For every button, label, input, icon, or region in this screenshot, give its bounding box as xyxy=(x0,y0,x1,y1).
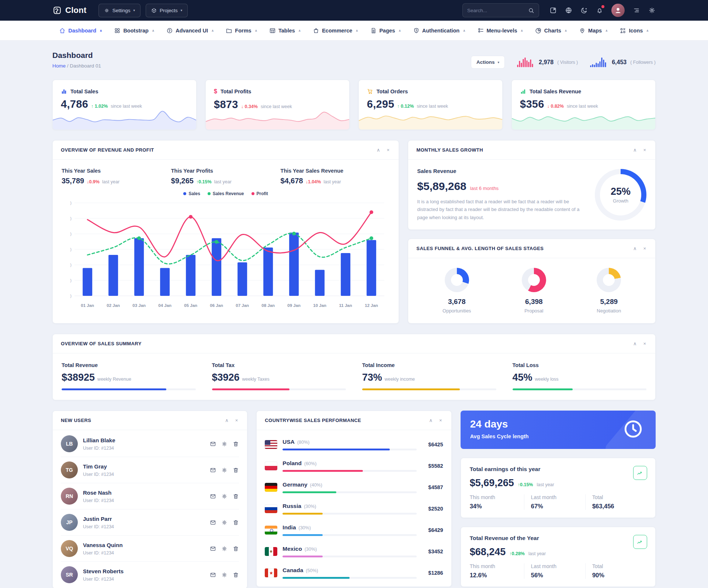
growth-label: Sales Revenue xyxy=(417,168,587,174)
collapse-button[interactable]: ∧ xyxy=(224,417,230,423)
settings-icon-button[interactable] xyxy=(221,467,228,473)
avatar: TG xyxy=(61,461,78,478)
svg-text:06 Jan: 06 Jan xyxy=(210,303,223,308)
delete-icon-button[interactable] xyxy=(233,493,239,499)
growth-value: $5,89,268 xyxy=(417,180,466,193)
delete-icon-button[interactable] xyxy=(233,441,239,447)
settings-icon-button[interactable] xyxy=(221,519,228,526)
settings-icon-button[interactable] xyxy=(221,493,228,499)
progress-track xyxy=(282,556,416,557)
close-button[interactable]: × xyxy=(642,245,647,252)
delete-icon-button[interactable] xyxy=(233,519,239,526)
pie-chart-icon xyxy=(535,27,542,34)
trend-icon-button[interactable] xyxy=(633,466,647,480)
collapse-button[interactable]: ∧ xyxy=(632,340,638,347)
sparkline-chart xyxy=(359,107,502,129)
progress-track xyxy=(282,491,416,493)
page-content: Dashboard Home / Dashboard 01 Actions ▾ … xyxy=(0,41,708,588)
user-avatar[interactable] xyxy=(611,4,625,17)
menu-align-icon-button[interactable] xyxy=(633,7,640,14)
nav-item-menu-levels[interactable]: Menu-levels ∧ xyxy=(473,24,527,37)
nav-item-charts[interactable]: Charts ∧ xyxy=(531,24,571,37)
nav-item-ecommerce[interactable]: Ecommerce ∧ xyxy=(309,24,362,37)
card-value: $5,69,265 xyxy=(470,477,514,489)
collapse-button[interactable]: ∧ xyxy=(375,147,381,153)
user-name: Steven Roberts xyxy=(83,568,124,574)
nav-item-authentication[interactable]: Authentication ∧ xyxy=(409,24,470,37)
projects-label: Projects xyxy=(160,8,178,13)
close-button[interactable]: × xyxy=(642,340,647,347)
nav-item-dashboard[interactable]: Dashboard ∧ xyxy=(55,24,106,37)
nav-item-bootstrap[interactable]: Bootstrap ∧ xyxy=(110,24,159,37)
nav-item-forms[interactable]: Forms ∧ xyxy=(222,24,261,37)
fullscreen-icon-button[interactable] xyxy=(549,7,557,14)
list-levels-icon xyxy=(478,27,484,34)
chevron-up-icon: ∧ xyxy=(646,29,649,32)
user-row: TGTim GrayUser ID: #1234 xyxy=(61,457,239,483)
delete-icon-button[interactable] xyxy=(233,546,239,552)
panel-title: SALES FUNNEL & AVG. LENGTH OF SALES STAG… xyxy=(416,246,544,251)
settings-icon-button[interactable] xyxy=(221,572,228,578)
topbar: Clont Settings ▾ Projects ▾ xyxy=(0,0,708,21)
nav-item-icons[interactable]: Icons ∧ xyxy=(615,24,653,37)
close-button[interactable]: × xyxy=(234,417,239,423)
globe-icon xyxy=(565,7,572,14)
projects-dropdown-button[interactable]: Projects ▾ xyxy=(146,4,188,17)
mail-icon-button[interactable] xyxy=(210,467,216,473)
mail-icon-button[interactable] xyxy=(210,546,216,552)
sales-funnel-panel: SALES FUNNEL & AVG. LENGTH OF SALES STAG… xyxy=(408,239,656,324)
search-input[interactable] xyxy=(467,8,525,13)
country-percent: (80%) xyxy=(297,440,309,445)
notifications-icon-button[interactable] xyxy=(596,7,603,14)
trend-icon-button[interactable] xyxy=(633,535,647,549)
nav-item-label: Dashboard xyxy=(68,28,96,34)
language-icon-button[interactable] xyxy=(565,7,572,14)
card-title: Total Revenue of the Year xyxy=(470,535,646,542)
mail-icon-button[interactable] xyxy=(210,519,216,526)
delete-icon-button[interactable] xyxy=(233,572,239,578)
mexico-flag-icon xyxy=(265,547,277,556)
country-row: India(30%) $6429 xyxy=(265,519,443,541)
dark-mode-icon-button[interactable] xyxy=(580,7,588,14)
progress-fill xyxy=(282,491,336,493)
settings-icon-button[interactable] xyxy=(648,7,656,14)
actions-dropdown-button[interactable]: Actions ▾ xyxy=(471,56,505,69)
close-button[interactable]: × xyxy=(438,417,443,423)
settings-icon-button[interactable] xyxy=(221,546,228,552)
usa-flag-icon xyxy=(265,440,277,449)
mail-icon-button[interactable] xyxy=(210,441,216,447)
country-name: Poland xyxy=(282,460,302,467)
brand[interactable]: Clont xyxy=(52,6,87,15)
nav-item-label: Ecommerce xyxy=(322,28,352,34)
nav-item-advanced-ui[interactable]: Advanced UI ∧ xyxy=(162,24,218,37)
close-button[interactable]: × xyxy=(642,147,647,153)
stat-col-total: Total 90% xyxy=(585,563,646,579)
map-pin-icon xyxy=(579,27,586,34)
progress-track xyxy=(62,388,196,390)
collapse-button[interactable]: ∧ xyxy=(632,245,638,252)
nav-item-pages[interactable]: Pages ∧ xyxy=(366,24,405,37)
mail-icon-button[interactable] xyxy=(210,493,216,499)
breadcrumb-home-link[interactable]: Home xyxy=(52,63,66,69)
donut-chart xyxy=(522,268,546,292)
avatar: RN xyxy=(61,488,78,505)
growth-chart-icon xyxy=(520,88,526,94)
country-percent: (40%) xyxy=(310,482,322,488)
nav-item-label: Maps xyxy=(588,28,602,34)
nav-item-maps[interactable]: Maps ∧ xyxy=(575,24,612,37)
mail-icon-button[interactable] xyxy=(210,572,216,578)
settings-dropdown-button[interactable]: Settings ▾ xyxy=(98,4,140,17)
nav-item-label: Icons xyxy=(629,28,643,34)
home-icon xyxy=(59,27,66,34)
page-title: Dashboard xyxy=(52,51,101,60)
collapse-button[interactable]: ∧ xyxy=(428,417,434,423)
fullscreen-icon xyxy=(549,7,557,14)
settings-icon-button[interactable] xyxy=(221,441,228,447)
close-button[interactable]: × xyxy=(386,147,391,153)
canada-flag-icon xyxy=(265,568,277,577)
progress-track xyxy=(212,388,346,390)
collapse-button[interactable]: ∧ xyxy=(632,147,638,153)
delete-icon-button[interactable] xyxy=(233,467,239,473)
nav-item-tables[interactable]: Tables ∧ xyxy=(265,24,305,37)
search-icon[interactable] xyxy=(528,7,534,14)
